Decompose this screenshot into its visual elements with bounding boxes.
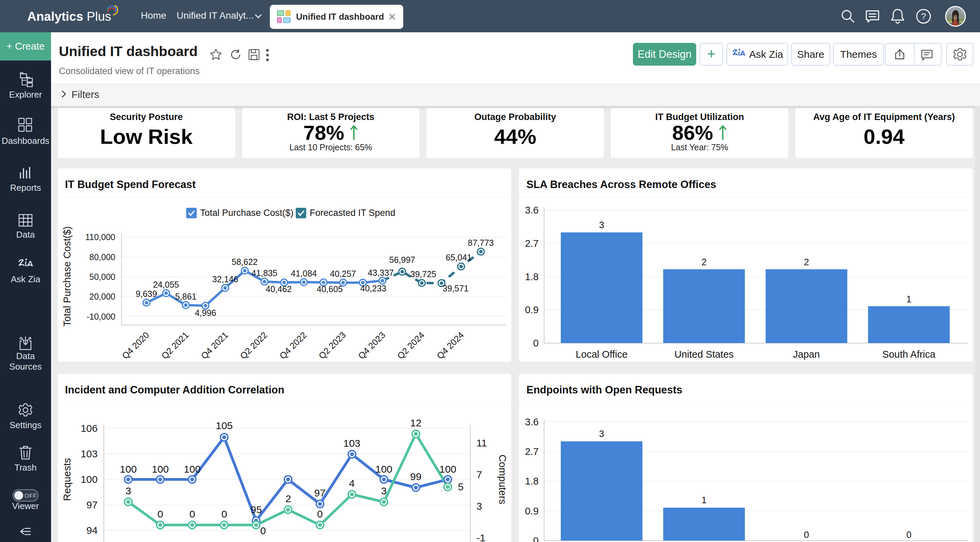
svg-text:-10,000: -10,000 [86,312,115,321]
svg-text:20,000: 20,000 [89,292,115,301]
svg-text:1: 1 [701,495,706,505]
svg-text:41,835: 41,835 [251,268,277,278]
svg-text:100: 100 [439,463,456,475]
svg-text:0.9: 0.9 [525,304,539,315]
svg-text:Q2 2024: Q2 2024 [395,330,426,361]
svg-text:3.6: 3.6 [525,205,539,216]
svg-text:43,337: 43,337 [368,268,394,277]
svg-text:Total Purchase Cost($): Total Purchase Cost($) [200,208,294,218]
svg-text:39,725: 39,725 [410,269,436,279]
svg-text:Q4 2022: Q4 2022 [277,330,309,361]
svg-text:58,622: 58,622 [232,257,258,266]
svg-text:40,233: 40,233 [360,284,386,293]
svg-text:Q2 2022: Q2 2022 [238,330,269,361]
svg-text:Local Office: Local Office [576,349,628,360]
svg-text:99: 99 [410,471,421,482]
svg-text:United States: United States [675,349,733,360]
svg-text:103: 103 [343,437,360,449]
svg-text:3.6: 3.6 [525,417,539,428]
svg-text:56,997: 56,997 [389,255,415,265]
svg-text:0.9: 0.9 [525,506,539,517]
svg-text:3: 3 [126,485,131,496]
svg-text:97: 97 [86,499,98,510]
svg-text:Total Purchase Cost($): Total Purchase Cost($) [62,227,73,327]
svg-text:3: 3 [381,485,387,496]
svg-text:40,605: 40,605 [317,284,343,294]
svg-text:2: 2 [285,493,291,504]
svg-text:41,084: 41,084 [291,269,317,278]
svg-text:110,000: 110,000 [85,232,115,242]
svg-text:9,639: 9,639 [136,289,157,298]
svg-text:-1: -1 [476,532,485,542]
svg-text:1.8: 1.8 [525,476,539,487]
svg-text:0: 0 [221,508,227,520]
svg-text:3: 3 [599,220,604,230]
svg-text:94: 94 [86,525,98,536]
svg-text:50,000: 50,000 [89,272,115,282]
svg-text:Q4 2020: Q4 2020 [120,330,151,361]
svg-text:2: 2 [701,257,706,267]
svg-text:5: 5 [458,481,464,492]
svg-text:32,146: 32,146 [212,274,238,284]
svg-text:100: 100 [152,463,169,475]
svg-text:0: 0 [189,508,195,520]
svg-text:4,996: 4,996 [195,308,216,318]
svg-text:Requests: Requests [61,458,73,501]
svg-text:100: 100 [375,463,392,475]
svg-text:12: 12 [410,417,421,428]
svg-text:100: 100 [120,463,137,475]
svg-text:1.8: 1.8 [525,271,539,282]
svg-text:South Africa: South Africa [882,349,936,360]
svg-text:24,055: 24,055 [153,280,179,289]
svg-text:2: 2 [804,257,809,267]
svg-text:Q2 2023: Q2 2023 [317,330,348,361]
svg-text:2.7: 2.7 [525,238,539,249]
svg-text:Computers: Computers [497,455,508,505]
svg-text:105: 105 [216,420,233,431]
svg-text:106: 106 [81,423,98,434]
svg-text:40,257: 40,257 [330,269,356,279]
svg-text:0: 0 [533,535,539,542]
svg-text:0: 0 [158,508,163,520]
svg-text:103: 103 [81,448,98,460]
svg-text:3: 3 [476,501,482,512]
svg-text:100: 100 [184,463,201,475]
svg-text:11: 11 [476,437,487,448]
svg-text:Forecasted IT Spend: Forecasted IT Spend [310,208,395,218]
svg-text:Q4 2021: Q4 2021 [199,330,230,361]
svg-text:Japan: Japan [793,349,820,360]
svg-text:39,571: 39,571 [443,284,469,293]
svg-text:2.7: 2.7 [525,446,539,457]
svg-text:95: 95 [250,504,262,515]
svg-text:Q2 2021: Q2 2021 [159,330,191,361]
svg-text:1: 1 [906,294,911,304]
svg-text:?: ? [921,11,926,21]
svg-text:Q4 2024: Q4 2024 [434,330,466,361]
svg-text:0: 0 [260,525,266,536]
svg-text:5,861: 5,861 [175,292,197,301]
svg-text:0: 0 [906,530,911,540]
svg-text:0: 0 [317,508,323,520]
svg-text:65,041: 65,041 [446,253,472,262]
svg-text:100: 100 [81,474,98,485]
svg-text:0: 0 [804,530,809,540]
svg-text:97: 97 [314,487,325,498]
svg-text:40,462: 40,462 [266,284,292,294]
svg-text:87,773: 87,773 [468,238,494,247]
svg-text:0: 0 [533,338,539,349]
svg-text:80,000: 80,000 [89,252,115,262]
svg-text:3: 3 [599,429,604,439]
svg-text:7: 7 [476,469,482,480]
svg-text:Q4 2023: Q4 2023 [356,330,387,361]
svg-text:4: 4 [349,478,355,489]
